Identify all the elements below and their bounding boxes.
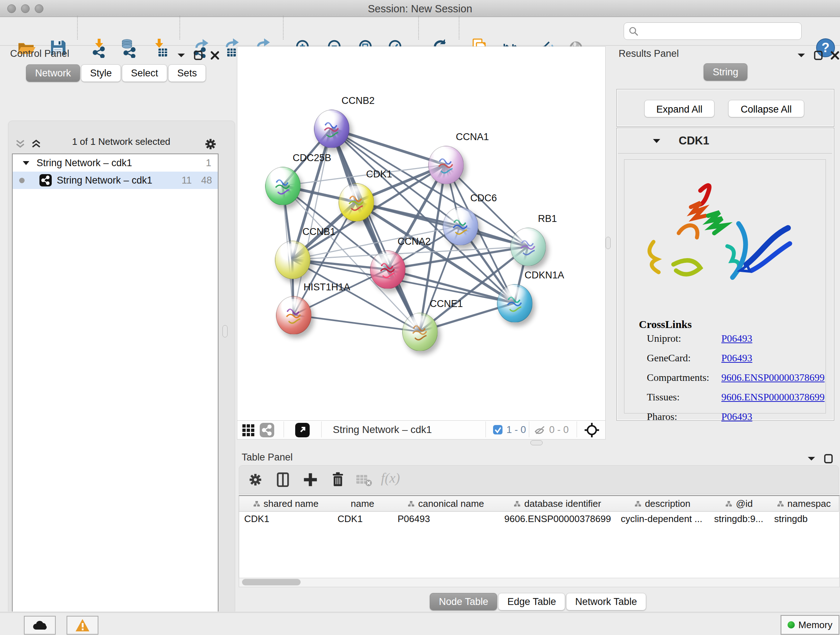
node-CDC25B[interactable] [265,167,301,205]
column-header-canonical-name[interactable]: canonical name [393,496,500,511]
column-header-database-identifier[interactable]: database identifier [499,496,616,511]
tab-network-table[interactable]: Network Table [566,593,646,610]
tab-network[interactable]: Network [26,65,80,82]
table-horizontal-scrollbar[interactable] [239,578,840,587]
column-header-namespac[interactable]: namespac [769,496,839,511]
node-CDKN1A[interactable] [497,284,532,323]
expand-all-button[interactable]: Expand All [644,100,714,117]
table-cell[interactable]: CDK1 [239,511,332,526]
crosslink-value-link[interactable]: 9606.ENSP00000378699 [722,372,824,383]
table-settings-gear-icon[interactable] [246,470,264,490]
collapse-panel-icon[interactable] [807,455,816,462]
network-row-selected[interactable]: String Network – cdk1 11 48 [13,172,218,189]
column-header-@id[interactable]: @id [709,496,769,511]
add-column-icon[interactable] [302,470,319,490]
toolbar-separator [77,16,78,40]
column-header-label: name [351,498,374,509]
network-collection-row[interactable]: String Network – cdk1 1 [13,154,218,172]
edge-CDK1-RB1[interactable] [356,202,528,247]
toolbar-separator [418,16,419,40]
collapse-all-button[interactable]: Collapse All [728,100,804,117]
memory-status-dot [788,621,795,629]
float-panel-icon[interactable] [824,454,833,463]
show-columns-icon[interactable] [274,470,292,490]
tab-sets[interactable]: Sets [168,65,206,82]
column-header-description[interactable]: description [616,496,709,511]
network-options-gear-icon[interactable] [202,136,218,152]
protein-details-box: CDK1 cyclin-dependent kinase 1 [616,128,834,421]
collapse-panel-icon[interactable] [797,52,806,59]
warnings-button[interactable] [66,616,98,635]
search-box[interactable] [624,22,802,40]
control-panel-title: Control Panel [10,48,69,59]
node-CCNA1[interactable] [428,146,464,184]
delete-table-icon-disabled [355,473,372,489]
edge-CCNB2-CCNE1[interactable] [332,128,420,332]
node-CDK1[interactable] [339,183,374,222]
selected-checkbox-icon[interactable] [493,424,503,436]
crosslink-value-link[interactable]: P06493 [722,352,752,364]
tab-style[interactable]: Style [81,65,121,82]
node-CDC6[interactable] [443,207,478,245]
table-cell[interactable]: 9606.ENSP00000378699 [499,511,616,526]
node-CCNB1[interactable] [275,241,310,279]
float-panel-icon[interactable] [814,51,823,60]
table-cell[interactable]: stringdb:9... [709,511,769,526]
collapse-panel-icon[interactable] [177,52,186,59]
network-view-toolbar: String Network – cdk1 1 - 0 0 - 0 [237,420,605,439]
node-gloss [376,253,399,267]
close-panel-icon[interactable] [210,51,219,60]
network-view[interactable]: CCNB2CCNA1CDC25BCDK1CDC6RB1CCNB1CCNA2CDK… [237,47,605,420]
birds-eye-view-icon[interactable] [242,423,256,439]
node-label-HIST1H1A: HIST1H1A [303,282,350,293]
memory-button[interactable]: Memory [781,615,839,635]
tree-collapse-icon[interactable] [22,160,30,166]
delete-column-trash-icon[interactable] [329,470,347,490]
crosslink-value-link[interactable]: P06493 [722,411,752,423]
node-table[interactable]: shared nameCDK1nameCDK1canonical nameP06… [239,495,840,578]
collapse-section-icon[interactable] [652,138,661,144]
full-screen-icon[interactable] [295,423,309,439]
tab-node-table[interactable]: Node Table [430,593,497,610]
node-gloss [502,287,526,301]
tab-edge-table[interactable]: Edge Table [498,593,565,610]
crosslink-value-link[interactable]: P06493 [722,333,752,344]
left-splitter-handle[interactable] [223,325,227,337]
crosslink-value-link[interactable]: 9606.ENSP00000378699 [722,391,824,403]
scrollbar-thumb[interactable] [242,579,301,585]
center-view-crosshair-icon[interactable] [584,422,600,440]
tab-string[interactable]: String [704,63,747,81]
table-cell[interactable]: cyclin-dependent ... [616,511,709,526]
node-CCNB2[interactable] [314,110,349,148]
close-panel-icon[interactable] [831,51,839,60]
bottom-splitter-handle[interactable] [531,440,543,445]
protein-header-row[interactable]: CDK1 [618,129,832,154]
column-header-name[interactable]: name [332,496,393,511]
cloud-button[interactable] [24,616,56,635]
column-type-icon [725,501,732,507]
node-RB1[interactable] [510,228,546,266]
edge-HIST1H1A-CCNE1[interactable] [294,315,420,332]
tab-select[interactable]: Select [122,65,167,82]
column-header-label: shared name [264,498,319,509]
crosslink-label: Uniprot: [647,333,681,344]
table-cell[interactable]: stringdb [769,511,838,526]
table-cell[interactable]: P06493 [393,511,499,526]
column-type-icon [253,501,260,507]
right-splitter-handle[interactable] [606,237,611,249]
search-input[interactable] [642,24,797,38]
node-label-CCNB2: CCNB2 [341,95,375,106]
network-overview-icon[interactable] [260,423,274,439]
network-canvas[interactable]: CCNB2CCNA1CDC25BCDK1CDC6RB1CCNB1CCNA2CDK… [237,46,606,440]
float-panel-icon[interactable] [194,51,202,60]
cytoscape-window: Session: New Session [0,0,840,635]
node-CCNE1[interactable] [402,313,438,351]
node-HIST1H1A[interactable] [276,296,311,334]
column-header-shared-name[interactable]: shared name [239,496,333,511]
node-CCNA2[interactable] [370,250,406,289]
network-node-count: 11 [182,172,192,189]
table-cell[interactable]: CDK1 [332,511,393,526]
warning-icon [75,618,90,632]
node-label-CCNB1: CCNB1 [302,226,336,238]
crosslinks-heading: CrossLinks [639,318,692,331]
